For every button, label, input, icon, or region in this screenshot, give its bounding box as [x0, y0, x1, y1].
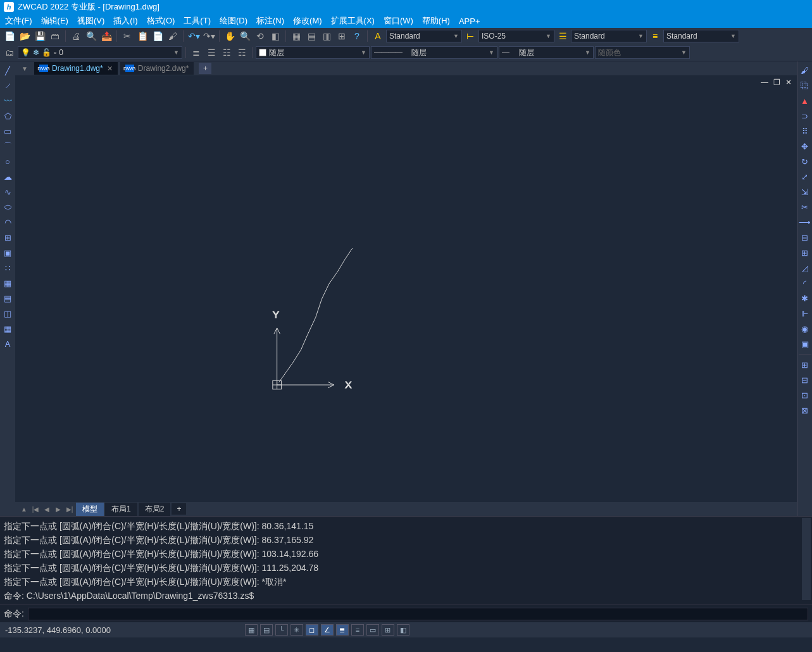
command-input[interactable]	[28, 608, 808, 620]
line-icon[interactable]: ╱	[1, 64, 14, 77]
ellipse-icon[interactable]: ⬭	[1, 201, 14, 213]
close-icon[interactable]: ✕	[107, 65, 113, 73]
lineweight-dropdown[interactable]: — 随层▼	[499, 46, 594, 59]
layout-tab-2[interactable]: 布局2	[139, 503, 171, 516]
block-icon[interactable]: ▣	[1, 246, 14, 259]
undo-icon[interactable]: ↶▾	[187, 29, 201, 43]
add-tab-button[interactable]: +	[199, 63, 211, 74]
polar-toggle[interactable]: ✳	[290, 624, 303, 636]
revcloud-icon[interactable]: ☁	[1, 170, 14, 183]
copy-obj-icon[interactable]: ⿻	[799, 79, 811, 92]
group4-icon[interactable]: ⊠	[799, 404, 811, 417]
tablestyle-icon[interactable]: ☰	[556, 29, 570, 43]
layerprev-icon[interactable]: ≣	[189, 46, 203, 60]
dimstyle-dropdown[interactable]: ISO-25▼	[478, 30, 554, 42]
menu-edit[interactable]: 编辑(E)	[41, 15, 68, 27]
layout-first-icon[interactable]: |◀	[30, 504, 41, 514]
save-icon[interactable]: 💾	[33, 29, 47, 43]
color-dropdown[interactable]: 随层▼	[256, 46, 370, 59]
draworder-icon[interactable]: ▣	[799, 337, 811, 350]
mirror-icon[interactable]: ▲	[799, 94, 811, 107]
ortho-toggle[interactable]: └	[275, 624, 288, 636]
menu-help[interactable]: 帮助(H)	[422, 15, 450, 27]
erase-icon[interactable]: 🖌	[799, 64, 811, 77]
cut-icon[interactable]: ✂	[120, 29, 134, 43]
doc-tab-2[interactable]: DWG Drawing2.dwg*	[120, 62, 194, 75]
tab-menu-icon[interactable]: ▼	[18, 61, 32, 75]
zoomwin-icon[interactable]: ◧	[268, 29, 282, 43]
group1-icon[interactable]: ⊞	[799, 358, 811, 371]
layer-dropdown[interactable]: 💡❄🔓▫ 0▼	[18, 46, 182, 59]
dyn-toggle[interactable]: ≣	[336, 624, 349, 636]
dcenter-icon[interactable]: ▤	[304, 29, 318, 43]
paste-icon[interactable]: 📄	[151, 29, 165, 43]
align-icon[interactable]: ⊩	[799, 307, 811, 320]
gradient-icon[interactable]: ▤	[1, 292, 14, 304]
join-icon[interactable]: ⊞	[799, 246, 811, 259]
spline-icon[interactable]: ∿	[1, 185, 14, 198]
toolpal-icon[interactable]: ▥	[320, 29, 334, 43]
menu-tools[interactable]: 工具(T)	[184, 15, 211, 27]
insert-icon[interactable]: ⊞	[1, 231, 14, 244]
copy-icon[interactable]: 📋	[135, 29, 149, 43]
pan-icon[interactable]: ✋	[223, 29, 237, 43]
circle-icon[interactable]: ○	[1, 155, 14, 168]
trim-icon[interactable]: ✂	[799, 201, 811, 213]
publish-icon[interactable]: 📤	[99, 29, 113, 43]
rotate-icon[interactable]: ↻	[799, 155, 811, 168]
menu-format[interactable]: 格式(O)	[147, 15, 175, 27]
anno-toggle[interactable]: ◧	[397, 624, 409, 636]
zoom-icon[interactable]: 🔍	[238, 29, 252, 43]
linetype-dropdown[interactable]: ———— 随层▼	[371, 46, 497, 59]
chamfer-icon[interactable]: ◿	[799, 261, 811, 274]
cycle-toggle[interactable]: ⊞	[382, 624, 394, 636]
plotstyle-dropdown[interactable]: 随颜色▼	[595, 46, 690, 59]
zoomprev-icon[interactable]: ⟲	[253, 29, 267, 43]
new-icon[interactable]: 📄	[3, 29, 16, 43]
layout-prev-icon[interactable]: ◀	[42, 504, 52, 514]
scrollbar[interactable]	[802, 518, 811, 600]
point-icon[interactable]: ∷	[1, 261, 14, 274]
saveall-icon[interactable]: 🗃	[48, 29, 62, 43]
explode-icon[interactable]: ✱	[799, 292, 811, 304]
hatch-icon[interactable]: ▦	[1, 277, 14, 289]
menu-dim[interactable]: 标注(N)	[256, 15, 284, 27]
doc-tab-1[interactable]: DWG Drawing1.dwg* ✕	[34, 62, 118, 75]
snap-toggle[interactable]: ▦	[245, 624, 258, 636]
matchprop-icon[interactable]: 🖌	[166, 29, 180, 43]
layerfrz-icon[interactable]: ☶	[235, 46, 249, 60]
layermgr-icon[interactable]: 🗂	[3, 46, 16, 60]
osnap-toggle[interactable]: ◻	[306, 624, 318, 636]
layeroff-icon[interactable]: ☷	[220, 46, 234, 60]
props-icon[interactable]: ▦	[289, 29, 303, 43]
otrack-toggle[interactable]: ∠	[321, 624, 334, 636]
textstyle-dropdown[interactable]: Standard▼	[386, 30, 462, 42]
layout-last-icon[interactable]: ▶|	[65, 504, 75, 514]
ellipsearc-icon[interactable]: ◠	[1, 216, 14, 229]
mlstyle-icon[interactable]: ≡	[648, 29, 662, 43]
extend-icon[interactable]: ⟶	[799, 216, 811, 229]
print-icon[interactable]: 🖨	[69, 29, 83, 43]
xline-icon[interactable]: ⟋	[1, 79, 14, 92]
layout-tab-model[interactable]: 模型	[76, 503, 104, 516]
array-icon[interactable]: ⠿	[799, 125, 811, 137]
scale-icon[interactable]: ⤢	[799, 170, 811, 183]
menu-file[interactable]: 文件(F)	[5, 15, 32, 27]
layout-tab-1[interactable]: 布局1	[105, 503, 137, 516]
pline-icon[interactable]: 〰	[1, 94, 14, 107]
layout-tab-add[interactable]: +	[172, 503, 186, 515]
polygon-icon[interactable]: ⬠	[1, 110, 14, 122]
move-icon[interactable]: ✥	[799, 140, 811, 153]
menu-view[interactable]: 视图(V)	[77, 15, 104, 27]
fillet-icon[interactable]: ◜	[799, 277, 811, 289]
region-icon[interactable]: ◫	[1, 307, 14, 320]
table-icon[interactable]: ▦	[1, 322, 14, 335]
drawing-canvas[interactable]: — ❐ ✕ X Y	[15, 75, 797, 502]
grid-toggle[interactable]: ▤	[260, 624, 273, 636]
menu-draw[interactable]: 绘图(D)	[220, 15, 247, 27]
menu-insert[interactable]: 插入(I)	[113, 15, 137, 27]
tablestyle-dropdown[interactable]: Standard▼	[571, 30, 647, 42]
model-toggle[interactable]: ▭	[366, 624, 379, 636]
textstyle-icon[interactable]: A	[371, 29, 385, 43]
menu-ext[interactable]: 扩展工具(X)	[331, 15, 375, 27]
